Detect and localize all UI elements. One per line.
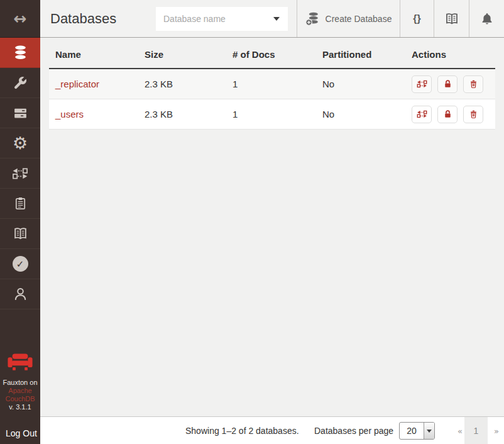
sidebar-item-active-tasks[interactable]	[0, 98, 40, 128]
set-permissions-button[interactable]	[437, 75, 457, 93]
replication-icon	[417, 79, 427, 89]
sidebar-item-databases[interactable]	[0, 38, 40, 68]
content-area: Name Size # of Docs Partitioned Actions …	[40, 38, 504, 416]
branding-fauxton-text: Fauxton on	[0, 379, 40, 387]
user-icon	[13, 286, 28, 302]
database-plus-icon	[305, 11, 320, 26]
column-header-name: Name	[49, 49, 138, 60]
couchdb-logo-icon	[0, 353, 40, 371]
pagination-next-button[interactable]: »	[494, 426, 499, 435]
search-dropdown-caret-icon[interactable]	[273, 17, 280, 21]
sidebar-branding: Fauxton on Apache CouchDB v. 3.1.1	[0, 353, 40, 411]
database-icon	[13, 45, 28, 60]
column-header-partitioned: Partitioned	[316, 49, 405, 60]
sidebar-item-documents[interactable]	[0, 189, 40, 219]
notifications-button[interactable]	[469, 0, 504, 37]
per-page-select[interactable]: 20	[399, 422, 435, 440]
database-search-input[interactable]	[156, 14, 273, 24]
apache-couchdb-link-line2[interactable]: CouchDB	[0, 395, 40, 403]
replication-icon	[12, 167, 28, 180]
wrench-icon	[13, 75, 28, 91]
per-page-selected-value: 20	[400, 423, 424, 439]
open-book-icon	[13, 226, 28, 241]
server-icon	[13, 105, 28, 121]
sidebar-item-setup[interactable]	[0, 68, 40, 98]
horizontal-arrows-icon: ↔	[14, 11, 27, 26]
trash-icon	[469, 109, 478, 119]
check-circle-icon: ✓	[13, 256, 28, 272]
database-name-link[interactable]: _users	[55, 109, 84, 119]
footer-bar: Showing 1–2 of 2 databases. Databases pe…	[40, 416, 504, 444]
column-header-size: Size	[138, 49, 226, 60]
select-caret-icon	[424, 423, 434, 439]
set-permissions-button[interactable]	[437, 106, 457, 123]
showing-count-text: Showing 1–2 of 2 databases.	[185, 426, 299, 436]
size-cell: 2.3 KB	[138, 79, 226, 89]
column-header-docs: # of Docs	[226, 49, 316, 60]
replicate-database-button[interactable]	[412, 75, 432, 93]
lock-icon	[443, 109, 452, 119]
table-header-row: Name Size # of Docs Partitioned Actions	[49, 49, 495, 69]
size-cell: 2.3 KB	[138, 109, 226, 119]
per-page-label: Databases per page	[314, 426, 393, 436]
databases-table: Name Size # of Docs Partitioned Actions …	[49, 49, 495, 130]
open-book-icon	[444, 11, 459, 26]
table-row: _replicator 2.3 KB 1 No	[49, 69, 495, 99]
table-row: _users 2.3 KB 1 No	[49, 99, 495, 130]
replicate-database-button[interactable]	[412, 106, 432, 123]
sidebar: ↔ ⚙	[0, 0, 40, 444]
pagination-page-1[interactable]: 1	[464, 417, 488, 444]
version-text: v. 3.1.1	[0, 403, 40, 411]
header-bar: Databases Create Database {}	[40, 0, 504, 38]
database-search-box	[156, 7, 288, 31]
sidebar-item-replication[interactable]	[0, 158, 40, 189]
gear-icon: ⚙	[13, 135, 28, 152]
clipboard-icon	[13, 196, 28, 211]
curly-braces-icon: {}	[413, 13, 420, 25]
delete-database-button[interactable]	[463, 106, 483, 123]
docs-count-cell: 1	[226, 109, 316, 119]
api-json-button[interactable]: {}	[400, 0, 434, 37]
documentation-button[interactable]	[434, 0, 469, 37]
sidebar-item-verify[interactable]: ✓	[0, 249, 40, 279]
lock-icon	[443, 79, 452, 89]
pagination-prev-button[interactable]: «	[457, 426, 463, 435]
sidebar-collapse-button[interactable]: ↔	[0, 0, 40, 38]
sidebar-item-configuration[interactable]: ⚙	[0, 128, 40, 158]
partitioned-cell: No	[316, 79, 405, 89]
logout-link[interactable]: Log Out	[6, 428, 37, 438]
partitioned-cell: No	[316, 109, 405, 119]
sidebar-item-documentation[interactable]	[0, 219, 40, 249]
trash-icon	[469, 79, 478, 89]
apache-couchdb-link-line1[interactable]: Apache	[0, 387, 40, 395]
docs-count-cell: 1	[226, 79, 316, 89]
create-database-button[interactable]: Create Database	[297, 0, 400, 37]
bell-icon	[480, 12, 494, 26]
actions-cell	[405, 75, 495, 93]
create-database-label: Create Database	[326, 14, 392, 24]
sidebar-item-account[interactable]	[0, 279, 40, 309]
database-name-link[interactable]: _replicator	[55, 79, 99, 89]
actions-cell	[405, 106, 495, 123]
page-title: Databases	[50, 11, 116, 27]
column-header-actions: Actions	[405, 49, 495, 60]
replication-icon	[417, 109, 427, 119]
delete-database-button[interactable]	[463, 75, 483, 93]
